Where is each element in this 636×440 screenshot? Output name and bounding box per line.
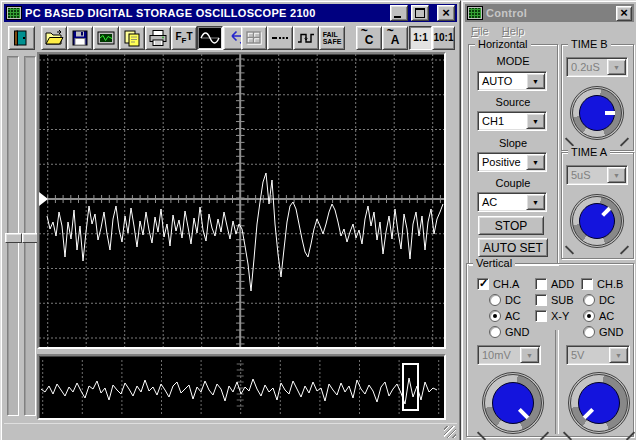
radio-indicator[interactable] <box>489 310 501 322</box>
control-titlebar[interactable]: Control <box>465 4 634 22</box>
couple-dropdown-arrow[interactable]: ▼ <box>526 194 545 210</box>
radio-indicator[interactable] <box>489 294 501 306</box>
option-label: CH.A <box>493 278 519 290</box>
control-title: Control <box>486 7 613 19</box>
knob-max-tick <box>620 245 629 254</box>
overview-display <box>37 354 446 420</box>
option-label: DC <box>505 294 521 306</box>
add-add-checkbox[interactable]: ADD <box>535 278 574 290</box>
slope-label: Slope <box>469 137 557 149</box>
grid-button <box>241 26 267 50</box>
horizontal-group-label: Horizontal <box>475 38 531 50</box>
stop-button[interactable]: STOP <box>478 216 544 235</box>
vertical-divider <box>555 330 559 434</box>
time-b-knob[interactable] <box>570 86 624 140</box>
auto-set-button[interactable]: AUTO SET <box>478 238 548 257</box>
vertical-group: Vertical CH.AADDCH.BDCSUBDCACX-YACGNDGND… <box>466 263 634 437</box>
resize-grip[interactable] <box>444 426 456 438</box>
option-label: GND <box>505 326 529 338</box>
waveform-display-button[interactable] <box>197 26 223 50</box>
checkbox-indicator[interactable] <box>477 278 489 290</box>
radio-indicator[interactable] <box>583 310 595 322</box>
time-a-dropdown-arrow[interactable]: ▼ <box>607 167 626 183</box>
slope-value: Positive <box>478 153 525 171</box>
mode-select[interactable]: AUTO ▼ <box>477 71 547 91</box>
mid-sub-checkbox[interactable]: SUB <box>535 294 574 306</box>
wave-a-button[interactable]: ~A <box>382 26 408 50</box>
channel-a-slider-thumb[interactable] <box>5 233 22 243</box>
time-a-knob[interactable] <box>570 194 624 248</box>
mid-x-y-checkbox[interactable]: X-Y <box>535 310 569 322</box>
chb-ch-b-checkbox[interactable]: CH.B <box>581 278 623 290</box>
menu-help[interactable]: Help <box>502 25 525 37</box>
square-wave-button[interactable] <box>293 26 319 50</box>
fft-button[interactable]: FFT <box>171 26 197 50</box>
knob-min-tick <box>565 245 574 254</box>
radio-indicator[interactable] <box>583 326 595 338</box>
control-menubar: File Help <box>471 25 534 37</box>
option-label: GND <box>599 326 623 338</box>
control-app-icon <box>467 6 483 20</box>
time-b-dropdown-arrow[interactable]: ▼ <box>607 59 626 75</box>
couple-select[interactable]: AC ▼ <box>477 192 547 212</box>
checkbox-indicator[interactable] <box>535 310 547 322</box>
time-b-group: TIME B 0.2uS ▼ <box>561 44 634 151</box>
option-label: SUB <box>551 294 574 306</box>
channel-a-trace <box>47 173 443 291</box>
cha-ch-a-checkbox[interactable]: CH.A <box>477 278 519 290</box>
open-button[interactable] <box>41 26 67 50</box>
capture-button[interactable] <box>93 26 119 50</box>
probe-1-1-button[interactable]: 1:1 <box>409 26 432 50</box>
wave-c-button[interactable]: ~C <box>356 26 382 50</box>
source-value: CH1 <box>478 112 525 130</box>
menu-file[interactable]: File <box>471 25 489 37</box>
slope-select[interactable]: Positive ▼ <box>477 152 547 172</box>
trigger-level-marker[interactable] <box>39 192 48 206</box>
chb-gnd-radio[interactable]: GND <box>583 326 623 338</box>
channel-a-range-arrow[interactable]: ▼ <box>520 347 539 363</box>
time-b-select[interactable]: 0.2uS ▼ <box>566 57 628 77</box>
source-label: Source <box>469 96 557 108</box>
exit-button[interactable] <box>8 26 35 50</box>
time-a-group-label: TIME A <box>568 146 610 158</box>
probe-10-1-button[interactable]: 10:1 <box>432 26 455 50</box>
control-close-button[interactable] <box>616 6 632 21</box>
status-bar <box>4 423 457 439</box>
radio-indicator[interactable] <box>583 294 595 306</box>
knob-pointer <box>570 86 624 140</box>
toolbar: FFTFAILSAFE~C~A1:110:1 <box>1 1 460 51</box>
chb-dc-radio[interactable]: DC <box>583 294 615 306</box>
print-button[interactable] <box>145 26 171 50</box>
option-label: CH.B <box>597 278 623 290</box>
fail-safe-button[interactable]: FAILSAFE <box>319 26 345 50</box>
cha-dc-radio[interactable]: DC <box>489 294 521 306</box>
option-label: DC <box>599 294 615 306</box>
checkbox-indicator[interactable] <box>535 278 547 290</box>
couple-value: AC <box>478 193 525 211</box>
mode-value: AUTO <box>478 72 525 90</box>
cha-ac-radio[interactable]: AC <box>489 310 520 322</box>
oscilloscope-window: PC BASED DIGITAL STORAGE OSCILLOSCOPE 21… <box>0 0 461 440</box>
overview-trace <box>39 356 444 418</box>
mode-dropdown-arrow[interactable]: ▼ <box>526 73 545 89</box>
main-scope-display <box>37 52 446 349</box>
checkbox-indicator[interactable] <box>535 294 547 306</box>
time-b-group-label: TIME B <box>568 38 611 50</box>
cha-gnd-radio[interactable]: GND <box>489 326 529 338</box>
radio-indicator[interactable] <box>489 326 501 338</box>
time-a-value: 5uS <box>567 166 606 184</box>
copy-button[interactable] <box>119 26 145 50</box>
channel-a-gain-knob[interactable] <box>482 372 544 434</box>
slope-dropdown-arrow[interactable]: ▼ <box>526 154 545 170</box>
knob-pointer <box>555 359 636 440</box>
source-dropdown-arrow[interactable]: ▼ <box>526 113 545 129</box>
checkbox-indicator[interactable] <box>581 278 593 290</box>
channel-b-gain-knob[interactable] <box>568 372 630 434</box>
save-button[interactable] <box>67 26 93 50</box>
channel-b-range-arrow[interactable]: ▼ <box>609 347 628 363</box>
dashed-line-button[interactable] <box>267 26 293 50</box>
wave-a-glyph: ~A <box>391 30 400 47</box>
chb-ac-radio[interactable]: AC <box>583 310 614 322</box>
mode-label: MODE <box>469 55 557 67</box>
source-select[interactable]: CH1 ▼ <box>477 111 547 131</box>
